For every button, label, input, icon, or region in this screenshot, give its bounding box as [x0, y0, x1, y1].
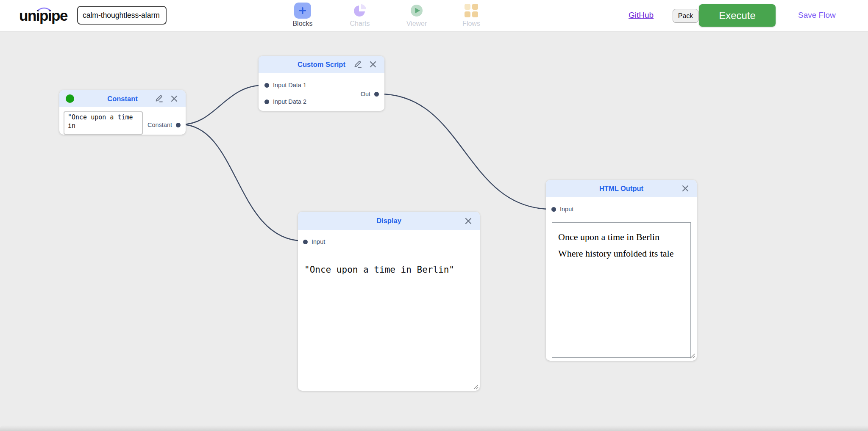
top-bar: unipipe Blocks Charts [0, 0, 868, 32]
close-icon[interactable] [464, 216, 473, 226]
html-output-line: Once upon a time in Berlin [558, 232, 684, 243]
node-title: Custom Script [259, 56, 384, 73]
node-constant-header[interactable]: Constant [59, 90, 186, 107]
flow-name-input[interactable] [77, 6, 167, 25]
close-icon[interactable] [368, 60, 378, 69]
nav-blocks[interactable]: Blocks [281, 3, 324, 28]
node-constant[interactable]: Constant "Once upon a time in Constant [59, 90, 186, 135]
pack-button[interactable]: Pack [673, 9, 698, 23]
close-icon[interactable] [681, 184, 690, 193]
grid-icon [463, 3, 480, 19]
port-out[interactable]: Out [361, 91, 379, 97]
port-label: Out [361, 91, 370, 97]
port-constant-out[interactable]: Constant [147, 122, 181, 128]
node-title: HTML Output [546, 180, 697, 197]
pie-chart-icon [351, 3, 368, 19]
input-port-dot[interactable] [264, 83, 269, 88]
node-html-output-header[interactable]: HTML Output [546, 180, 697, 197]
node-display[interactable]: Display Input "Once upon a time in Berli… [298, 212, 480, 391]
constant-value-textarea[interactable]: "Once upon a time in [64, 111, 143, 135]
node-custom-script-header[interactable]: Custom Script [259, 56, 384, 73]
node-title: Constant [59, 90, 186, 107]
node-custom-script[interactable]: Custom Script Input Data 1 Input Data 2 … [259, 56, 384, 111]
port-input-data-2[interactable]: Input Data 2 [264, 98, 306, 105]
nav-flows[interactable]: Flows [450, 3, 492, 28]
output-port-dot[interactable] [176, 123, 181, 127]
close-icon[interactable] [170, 94, 179, 103]
resize-handle-icon[interactable] [690, 353, 695, 359]
github-link[interactable]: GitHub [629, 11, 654, 20]
nav-charts[interactable]: Charts [339, 3, 381, 28]
input-port-dot[interactable] [264, 99, 269, 104]
execute-button[interactable]: Execute [699, 4, 776, 27]
port-input[interactable]: Input [551, 206, 573, 213]
wire-constant-to-script[interactable] [181, 85, 264, 124]
port-label: Constant [147, 122, 172, 128]
node-html-output[interactable]: HTML Output Input Once upon a time in Be… [546, 180, 697, 361]
nav-label-flows: Flows [450, 20, 492, 28]
display-value: "Once upon a time in Berlin" [304, 265, 476, 275]
edit-pencil-icon[interactable] [154, 94, 164, 103]
input-port-dot[interactable] [303, 240, 308, 244]
nav-viewer[interactable]: Viewer [395, 3, 438, 28]
play-icon [408, 3, 425, 19]
port-input-data-1[interactable]: Input Data 1 [264, 82, 306, 88]
edit-pencil-icon[interactable] [353, 60, 362, 69]
port-label: Input Data 1 [273, 82, 306, 88]
node-display-header[interactable]: Display [298, 212, 480, 230]
plus-icon [294, 3, 311, 19]
input-port-dot[interactable] [551, 207, 556, 212]
html-output-frame: Once upon a time in Berlin Where history… [552, 222, 691, 358]
output-port-dot[interactable] [374, 92, 379, 97]
wire-script-to-html[interactable] [379, 94, 551, 209]
resize-handle-icon[interactable] [473, 384, 479, 390]
port-label: Input [312, 238, 325, 245]
html-output-line: Where history unfolded its tale [558, 248, 684, 259]
wire-constant-to-display[interactable] [181, 124, 303, 241]
pipe-arc-icon [19, 6, 57, 11]
nav-label-blocks: Blocks [281, 20, 324, 28]
node-title: Display [298, 212, 480, 230]
save-flow-link[interactable]: Save Flow [798, 11, 836, 20]
port-input[interactable]: Input [303, 238, 325, 245]
port-label: Input Data 2 [273, 98, 306, 105]
port-label: Input [560, 206, 573, 213]
nav-label-charts: Charts [339, 20, 381, 28]
nav-label-viewer: Viewer [395, 20, 438, 28]
app-logo: unipipe [19, 5, 78, 27]
